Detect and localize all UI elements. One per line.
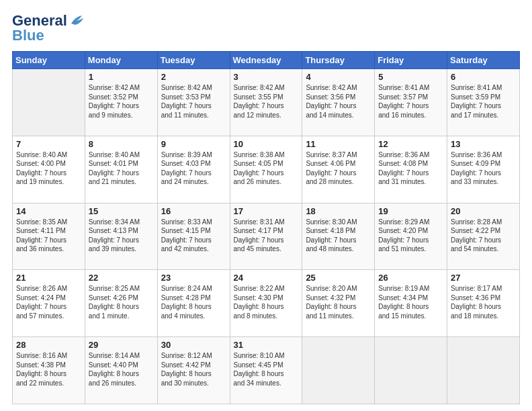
calendar-cell: 30Sunrise: 8:12 AM Sunset: 4:42 PM Dayli… [157, 337, 230, 404]
calendar-cell: 16Sunrise: 8:33 AM Sunset: 4:15 PM Dayli… [157, 203, 230, 270]
calendar-cell: 11Sunrise: 8:37 AM Sunset: 4:06 PM Dayli… [302, 136, 375, 203]
calendar-cell [302, 337, 375, 404]
day-number: 24 [234, 273, 299, 283]
calendar-cell: 17Sunrise: 8:31 AM Sunset: 4:17 PM Dayli… [230, 203, 302, 270]
calendar-cell [13, 69, 85, 136]
day-info: Sunrise: 8:25 AM Sunset: 4:26 PM Dayligh… [89, 284, 154, 320]
day-number: 20 [451, 206, 516, 216]
day-number: 30 [161, 340, 226, 350]
calendar-cell: 28Sunrise: 8:16 AM Sunset: 4:38 PM Dayli… [13, 337, 85, 404]
calendar-cell: 4Sunrise: 8:42 AM Sunset: 3:56 PM Daylig… [302, 69, 375, 136]
day-info: Sunrise: 8:17 AM Sunset: 4:36 PM Dayligh… [451, 284, 516, 320]
day-info: Sunrise: 8:26 AM Sunset: 4:24 PM Dayligh… [16, 284, 81, 320]
day-info: Sunrise: 8:36 AM Sunset: 4:09 PM Dayligh… [451, 150, 516, 187]
weekday-wednesday: Wednesday [230, 52, 302, 69]
day-info: Sunrise: 8:38 AM Sunset: 4:05 PM Dayligh… [234, 150, 299, 187]
week-row-0: 1Sunrise: 8:42 AM Sunset: 3:52 PM Daylig… [13, 69, 520, 136]
calendar-cell: 18Sunrise: 8:30 AM Sunset: 4:18 PM Dayli… [302, 203, 375, 270]
calendar-cell: 23Sunrise: 8:24 AM Sunset: 4:28 PM Dayli… [157, 270, 230, 337]
calendar-cell: 27Sunrise: 8:17 AM Sunset: 4:36 PM Dayli… [447, 270, 520, 337]
calendar-cell: 25Sunrise: 8:20 AM Sunset: 4:32 PM Dayli… [302, 270, 375, 337]
day-info: Sunrise: 8:20 AM Sunset: 4:32 PM Dayligh… [306, 284, 371, 320]
day-info: Sunrise: 8:41 AM Sunset: 3:57 PM Dayligh… [378, 83, 443, 120]
calendar-cell: 24Sunrise: 8:22 AM Sunset: 4:30 PM Dayli… [230, 270, 302, 337]
calendar-cell: 8Sunrise: 8:40 AM Sunset: 4:01 PM Daylig… [85, 136, 157, 203]
day-number: 8 [89, 139, 154, 149]
day-number: 21 [16, 273, 81, 283]
header: General Blue [12, 12, 520, 44]
weekday-sunday: Sunday [13, 52, 85, 69]
day-number: 17 [234, 206, 299, 216]
day-number: 4 [306, 72, 371, 82]
day-number: 25 [306, 273, 371, 283]
day-info: Sunrise: 8:16 AM Sunset: 4:38 PM Dayligh… [16, 351, 81, 387]
day-number: 26 [378, 273, 443, 283]
day-number: 10 [234, 139, 299, 149]
calendar-cell: 10Sunrise: 8:38 AM Sunset: 4:05 PM Dayli… [230, 136, 302, 203]
weekday-tuesday: Tuesday [157, 52, 230, 69]
day-info: Sunrise: 8:41 AM Sunset: 3:59 PM Dayligh… [451, 83, 516, 120]
day-number: 1 [89, 72, 154, 82]
logo: General Blue [12, 12, 85, 44]
calendar-cell: 3Sunrise: 8:42 AM Sunset: 3:55 PM Daylig… [230, 69, 302, 136]
day-info: Sunrise: 8:42 AM Sunset: 3:52 PM Dayligh… [89, 83, 154, 120]
day-number: 23 [161, 273, 226, 283]
calendar-cell: 14Sunrise: 8:35 AM Sunset: 4:11 PM Dayli… [13, 203, 85, 270]
weekday-friday: Friday [375, 52, 447, 69]
day-info: Sunrise: 8:42 AM Sunset: 3:56 PM Dayligh… [306, 83, 371, 120]
day-info: Sunrise: 8:31 AM Sunset: 4:17 PM Dayligh… [234, 218, 299, 254]
day-number: 27 [451, 273, 516, 283]
day-info: Sunrise: 8:10 AM Sunset: 4:45 PM Dayligh… [234, 351, 299, 387]
week-row-3: 21Sunrise: 8:26 AM Sunset: 4:24 PM Dayli… [13, 270, 520, 337]
day-number: 28 [16, 340, 81, 350]
day-number: 29 [89, 340, 154, 350]
weekday-saturday: Saturday [447, 52, 520, 69]
calendar-cell [447, 337, 520, 404]
calendar-cell: 1Sunrise: 8:42 AM Sunset: 3:52 PM Daylig… [85, 69, 157, 136]
day-number: 18 [306, 206, 371, 216]
calendar-cell: 22Sunrise: 8:25 AM Sunset: 4:26 PM Dayli… [85, 270, 157, 337]
logo-bird-icon [70, 14, 85, 28]
day-info: Sunrise: 8:33 AM Sunset: 4:15 PM Dayligh… [161, 218, 226, 254]
day-info: Sunrise: 8:34 AM Sunset: 4:13 PM Dayligh… [89, 218, 154, 254]
page: General Blue SundayMondayTuesdayWednesda… [0, 0, 532, 411]
calendar-cell: 26Sunrise: 8:19 AM Sunset: 4:34 PM Dayli… [375, 270, 447, 337]
day-number: 7 [16, 139, 81, 149]
weekday-header-row: SundayMondayTuesdayWednesdayThursdayFrid… [13, 52, 520, 69]
calendar-cell: 21Sunrise: 8:26 AM Sunset: 4:24 PM Dayli… [13, 270, 85, 337]
day-number: 2 [161, 72, 226, 82]
calendar-cell: 6Sunrise: 8:41 AM Sunset: 3:59 PM Daylig… [447, 69, 520, 136]
day-info: Sunrise: 8:42 AM Sunset: 3:55 PM Dayligh… [234, 83, 299, 120]
day-info: Sunrise: 8:40 AM Sunset: 4:01 PM Dayligh… [89, 150, 154, 187]
day-number: 15 [89, 206, 154, 216]
day-info: Sunrise: 8:35 AM Sunset: 4:11 PM Dayligh… [16, 218, 81, 254]
day-info: Sunrise: 8:19 AM Sunset: 4:34 PM Dayligh… [378, 284, 443, 320]
calendar-cell: 19Sunrise: 8:29 AM Sunset: 4:20 PM Dayli… [375, 203, 447, 270]
day-number: 9 [161, 139, 226, 149]
calendar-cell: 31Sunrise: 8:10 AM Sunset: 4:45 PM Dayli… [230, 337, 302, 404]
calendar-cell: 13Sunrise: 8:36 AM Sunset: 4:09 PM Dayli… [447, 136, 520, 203]
day-info: Sunrise: 8:12 AM Sunset: 4:42 PM Dayligh… [161, 351, 226, 387]
day-info: Sunrise: 8:14 AM Sunset: 4:40 PM Dayligh… [89, 351, 154, 387]
weekday-monday: Monday [85, 52, 157, 69]
calendar-cell: 5Sunrise: 8:41 AM Sunset: 3:57 PM Daylig… [375, 69, 447, 136]
day-number: 14 [16, 206, 81, 216]
day-info: Sunrise: 8:36 AM Sunset: 4:08 PM Dayligh… [378, 150, 443, 187]
calendar-cell [375, 337, 447, 404]
weekday-thursday: Thursday [302, 52, 375, 69]
calendar-body: 1Sunrise: 8:42 AM Sunset: 3:52 PM Daylig… [13, 69, 520, 404]
calendar-cell: 2Sunrise: 8:42 AM Sunset: 3:53 PM Daylig… [157, 69, 230, 136]
calendar-cell: 15Sunrise: 8:34 AM Sunset: 4:13 PM Dayli… [85, 203, 157, 270]
day-number: 5 [378, 72, 443, 82]
day-number: 3 [234, 72, 299, 82]
calendar-header: SundayMondayTuesdayWednesdayThursdayFrid… [13, 52, 520, 69]
day-number: 16 [161, 206, 226, 216]
day-number: 13 [451, 139, 516, 149]
day-number: 31 [234, 340, 299, 350]
calendar-cell: 7Sunrise: 8:40 AM Sunset: 4:00 PM Daylig… [13, 136, 85, 203]
day-info: Sunrise: 8:29 AM Sunset: 4:20 PM Dayligh… [378, 218, 443, 254]
week-row-1: 7Sunrise: 8:40 AM Sunset: 4:00 PM Daylig… [13, 136, 520, 203]
calendar-cell: 29Sunrise: 8:14 AM Sunset: 4:40 PM Dayli… [85, 337, 157, 404]
logo-blue: Blue [12, 27, 44, 44]
day-info: Sunrise: 8:40 AM Sunset: 4:00 PM Dayligh… [16, 150, 81, 187]
